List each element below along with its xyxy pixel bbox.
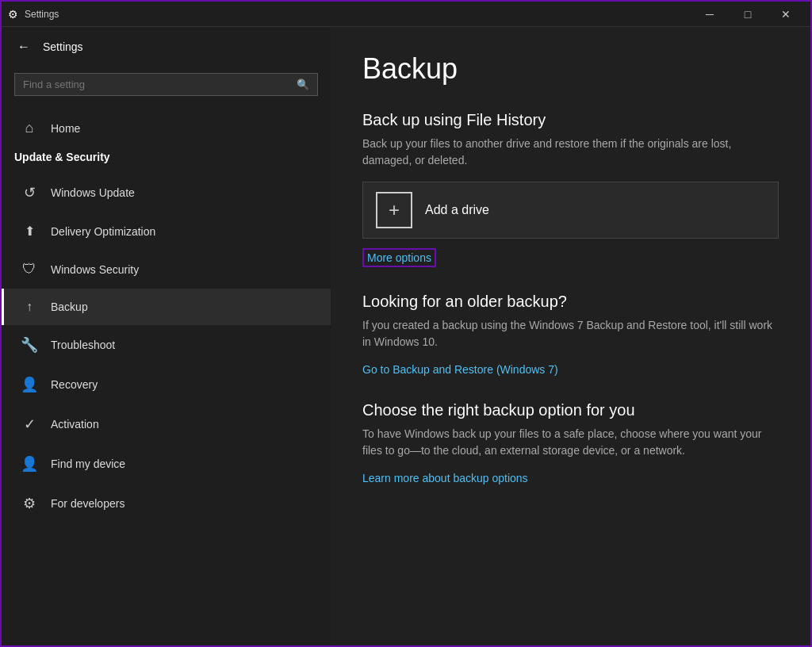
- sidebar-item-label: Troubleshoot: [51, 339, 115, 351]
- home-icon: ⌂: [21, 120, 38, 136]
- main-container: ← Settings 🔍 ⌂ Home Update & Security ↺ …: [2, 27, 810, 647]
- choose-section-heading: Choose the right backup option for you: [362, 401, 779, 419]
- add-drive-label: Add a drive: [425, 203, 489, 217]
- sidebar-item-label: Delivery Optimization: [51, 225, 155, 238]
- more-options-link[interactable]: More options: [362, 248, 436, 267]
- sidebar-item-windows-security[interactable]: 🛡 Windows Security: [2, 250, 331, 289]
- older-backup-heading: Looking for an older backup?: [362, 293, 779, 311]
- sidebar-header: ← Settings: [2, 27, 331, 67]
- recovery-icon: 👤: [21, 376, 38, 393]
- sidebar-item-for-developers[interactable]: ⚙ For developers: [2, 484, 331, 523]
- title-bar-title: Settings: [25, 9, 59, 20]
- sidebar-section-title: Update & Security: [2, 147, 331, 173]
- choose-section-description: To have Windows back up your files to a …: [362, 426, 779, 459]
- close-button[interactable]: ✕: [768, 2, 804, 27]
- sidebar-item-label: Windows Security: [51, 263, 139, 276]
- sidebar-item-backup[interactable]: ↑ Backup: [2, 289, 331, 325]
- sidebar-item-troubleshoot[interactable]: 🔧 Troubleshoot: [2, 325, 331, 365]
- content-area: Backup Back up using File History Back u…: [331, 27, 810, 647]
- back-button[interactable]: ←: [14, 36, 33, 57]
- sidebar-item-recovery[interactable]: 👤 Recovery: [2, 365, 331, 404]
- search-box[interactable]: 🔍: [14, 73, 318, 96]
- troubleshoot-icon: 🔧: [21, 336, 38, 354]
- find-my-device-icon: 👤: [21, 455, 38, 473]
- sidebar-item-label: Find my device: [51, 457, 125, 470]
- file-history-heading: Back up using File History: [362, 111, 779, 129]
- backup-icon: ↑: [21, 300, 38, 314]
- sidebar-item-label: Backup: [51, 301, 88, 313]
- file-history-description: Back up your files to another drive and …: [362, 136, 779, 169]
- minimize-button[interactable]: ─: [691, 2, 728, 27]
- title-bar-left: ⚙ Settings: [8, 8, 59, 21]
- sidebar-item-activation[interactable]: ✓ Activation: [2, 404, 331, 444]
- backup-restore-link[interactable]: Go to Backup and Restore (Windows 7): [362, 363, 779, 376]
- plus-icon: +: [376, 192, 412, 228]
- sidebar-item-label-home: Home: [51, 122, 80, 135]
- windows-security-icon: 🛡: [21, 261, 38, 278]
- sidebar-item-label: For developers: [51, 497, 124, 510]
- older-backup-description: If you created a backup using the Window…: [362, 317, 779, 350]
- sidebar-item-label: Recovery: [51, 378, 98, 391]
- title-bar-icon: ⚙: [8, 8, 18, 21]
- sidebar-item-label: Windows Update: [51, 186, 135, 199]
- add-drive-button[interactable]: + Add a drive: [362, 182, 779, 239]
- sidebar-item-home[interactable]: ⌂ Home: [2, 109, 331, 147]
- sidebar-item-label: Activation: [51, 418, 99, 431]
- delivery-optimization-icon: ⬆: [21, 224, 38, 239]
- maximize-button[interactable]: □: [730, 2, 766, 27]
- search-icon: 🔍: [297, 78, 309, 90]
- page-title: Backup: [362, 52, 779, 86]
- activation-icon: ✓: [21, 415, 38, 433]
- sidebar-app-title: Settings: [43, 40, 83, 53]
- for-developers-icon: ⚙: [21, 495, 38, 512]
- sidebar-item-delivery-optimization[interactable]: ⬆ Delivery Optimization: [2, 212, 331, 250]
- search-input[interactable]: [23, 78, 290, 90]
- sidebar-item-windows-update[interactable]: ↺ Windows Update: [2, 173, 331, 212]
- title-bar: ⚙ Settings ─ □ ✕: [2, 2, 810, 27]
- title-bar-controls: ─ □ ✕: [691, 2, 804, 27]
- windows-update-icon: ↺: [21, 184, 38, 201]
- sidebar: ← Settings 🔍 ⌂ Home Update & Security ↺ …: [2, 27, 331, 647]
- sidebar-item-find-my-device[interactable]: 👤 Find my device: [2, 444, 331, 484]
- learn-more-link[interactable]: Learn more about backup options: [362, 472, 779, 484]
